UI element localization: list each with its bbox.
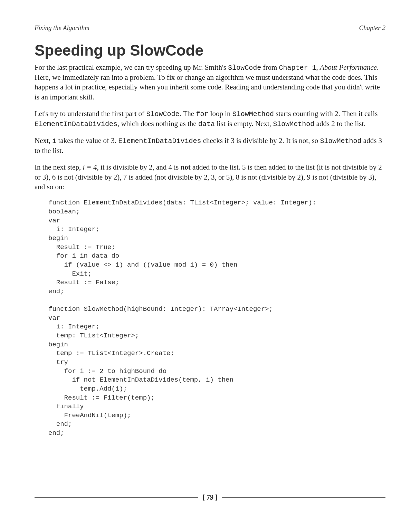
page-footer: [ 79 ] [35,493,385,501]
running-header: Fixing the Algorithm Chapter 2 [35,24,385,34]
code-inline: SlowMethod [273,120,314,128]
code-inline: ElementInDataDivides [35,120,117,128]
bold-inline: not [181,163,191,171]
code-inline: for [196,110,208,118]
footer-rule-left [35,497,198,498]
code-inline: i [52,137,56,145]
paragraph-4: In the next step, i = 4, it is divisible… [35,162,385,192]
code-inline: ElementInDataDivides [118,137,201,145]
page-number: [ 79 ] [198,493,221,501]
code-inline: Chapter 1 [279,64,316,72]
paragraph-2: Let's try to understand the first part o… [35,109,385,129]
code-block: function ElementInDataDivides(data: TLis… [48,199,385,438]
header-right: Chapter 2 [359,24,385,32]
code-inline: SlowMethod [232,110,274,118]
header-left: Fixing the Algorithm [35,24,89,32]
code-inline: data [198,120,215,128]
code-inline: SlowCode [146,110,179,118]
section-title: Speeding up SlowCode [35,42,385,59]
italic-inline: i = 4 [83,163,97,171]
code-inline: SlowMethod [320,137,362,145]
code-inline: SlowCode [228,64,261,72]
paragraph-1: For the last practical example, we can t… [35,63,385,102]
page: Fixing the Algorithm Chapter 2 Speeding … [0,0,420,518]
footer-rule-right [222,497,385,498]
italic-inline: About Performance [320,63,377,71]
paragraph-3: Next, i takes the value of 3. ElementInD… [35,136,385,155]
